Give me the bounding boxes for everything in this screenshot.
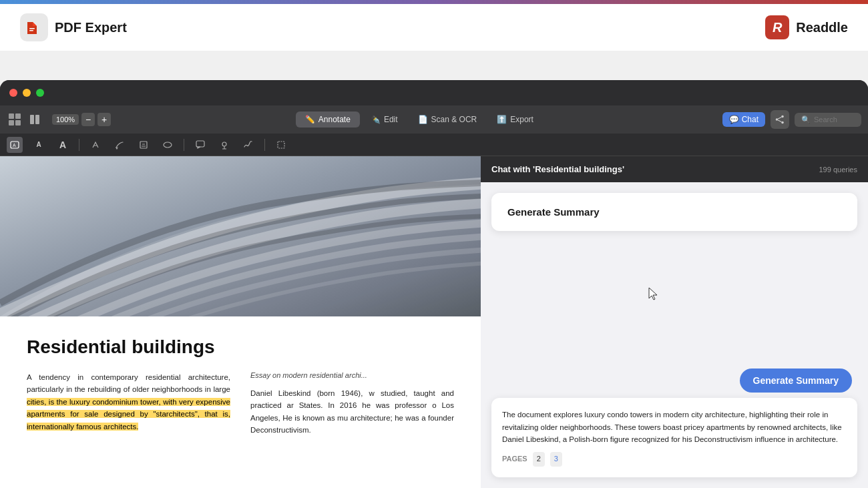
svg-rect-2 — [29, 30, 33, 31]
page-2-button[interactable]: 2 — [533, 452, 545, 467]
toolbar-separator-3 — [264, 139, 265, 151]
pdf-col2-text: Daniel Libeskind (born 1946), w studied,… — [250, 387, 454, 437]
svg-point-5 — [781, 115, 784, 118]
content-area: Residential buildings A tendency in cont… — [0, 156, 868, 488]
readdle-name-label: Readdle — [796, 20, 848, 35]
window-minimize-dot[interactable] — [23, 89, 31, 97]
annotate-icon: ✏️ — [305, 115, 315, 124]
scan-icon: 📄 — [418, 115, 428, 124]
toolbar-separator-2 — [184, 139, 184, 151]
pdf-content: Residential buildings A tendency in cont… — [0, 316, 481, 488]
svg-point-6 — [776, 118, 779, 121]
svg-point-18 — [222, 142, 226, 146]
tab-edit[interactable]: ✒️ Edit — [361, 111, 407, 128]
svg-rect-3 — [30, 115, 34, 124]
share-button[interactable] — [771, 110, 789, 129]
zoom-in-button[interactable]: + — [97, 113, 111, 126]
pdf-expert-icon — [20, 13, 48, 41]
chat-header: Chat with 'Residential buildings' 199 qu… — [481, 156, 868, 182]
summary-result-card: The document explores luxury condo tower… — [491, 398, 857, 477]
pdf-column-2: Essay on modern residential archi... Dan… — [250, 371, 454, 437]
stamp-tool[interactable] — [87, 137, 103, 153]
svg-point-7 — [781, 121, 784, 124]
toolbar-tabs: ✏️ Annotate ✒️ Edit 📄 Scan & OCR ⬆️ Expo… — [119, 111, 720, 128]
pages-label: PAGES — [502, 453, 527, 465]
highlighted-text: cities, is the luxury condominium tower,… — [27, 398, 230, 431]
chat-content-area: Generate Summary — [481, 182, 868, 369]
window-close-dot[interactable] — [9, 89, 17, 97]
page-3-button[interactable]: 3 — [550, 452, 562, 467]
export-icon: ⬆️ — [497, 115, 507, 124]
zoom-out-button[interactable]: − — [81, 113, 95, 126]
app-logo: PDF Expert — [20, 13, 127, 41]
mac-window: 100% − + ✏️ Annotate ✒️ Edit 📄 Scan & OC… — [0, 80, 868, 488]
zoom-control: 100% − + — [52, 113, 111, 126]
pdf-column-1: A tendency in contemporary residential a… — [27, 371, 230, 437]
app-name-label: PDF Expert — [55, 20, 127, 35]
window-fullscreen-dot[interactable] — [36, 89, 44, 97]
svg-point-16 — [164, 142, 172, 148]
chat-queries-count: 199 queries — [819, 166, 858, 174]
shape-tool[interactable] — [160, 137, 176, 153]
app-header: PDF Expert R Readdle — [0, 4, 868, 51]
readdle-r-icon: R — [765, 15, 789, 39]
text-tool[interactable] — [136, 137, 152, 153]
text-highlight-tool[interactable]: A — [7, 137, 23, 153]
top-gradient-bar — [0, 0, 868, 4]
svg-line-9 — [778, 120, 781, 122]
summary-text: The document explores luxury condo tower… — [502, 409, 847, 445]
zoom-level[interactable]: 100% — [52, 114, 79, 125]
generate-summary-card-label: Generate Summary — [507, 206, 600, 218]
chat-icon: 💬 — [729, 115, 739, 124]
pdf-panel: Residential buildings A tendency in cont… — [0, 156, 481, 488]
tab-export[interactable]: ⬆️ Export — [487, 111, 543, 128]
text-size-small-tool[interactable]: A — [31, 137, 47, 153]
generate-btn-row: Generate Summary — [481, 369, 868, 398]
svg-line-8 — [778, 117, 781, 119]
edit-icon: ✒️ — [371, 115, 381, 124]
generate-summary-card[interactable]: Generate Summary — [491, 193, 857, 231]
svg-rect-1 — [29, 28, 35, 29]
pages-footer: PAGES 2 3 — [502, 452, 847, 467]
chat-title: Chat with 'Residential buildings' — [491, 164, 624, 174]
summary-result-area: The document explores luxury condo tower… — [481, 398, 868, 488]
pen-tool[interactable] — [112, 137, 128, 153]
signature-tool[interactable] — [240, 137, 256, 153]
readdle-logo: R Readdle — [765, 15, 848, 39]
sidebar-toggle-icon[interactable] — [7, 111, 23, 128]
page-view-icon[interactable] — [27, 111, 43, 128]
chat-button[interactable]: 💬 Chat — [722, 112, 765, 127]
svg-rect-13 — [140, 142, 147, 148]
svg-rect-4 — [35, 115, 39, 124]
tab-annotate[interactable]: ✏️ Annotate — [296, 111, 360, 128]
selection-tool[interactable] — [273, 137, 289, 153]
main-toolbar: 100% − + ✏️ Annotate ✒️ Edit 📄 Scan & OC… — [0, 105, 868, 134]
toolbar-separator-1 — [79, 139, 79, 151]
svg-text:A: A — [13, 143, 16, 148]
text-size-large-tool[interactable]: A — [55, 137, 71, 153]
pdf-title: Residential buildings — [27, 336, 454, 358]
pdf-col2-italic: Essay on modern residential archi... — [250, 371, 454, 379]
pdf-col1-text: A tendency in contemporary residential a… — [27, 371, 230, 433]
svg-rect-21 — [278, 142, 284, 148]
architecture-image — [0, 156, 481, 316]
chat-panel: Chat with 'Residential buildings' 199 qu… — [481, 156, 868, 488]
pdf-columns: A tendency in contemporary residential a… — [27, 371, 454, 437]
tab-scan-ocr[interactable]: 📄 Scan & OCR — [409, 111, 487, 128]
generate-summary-button[interactable]: Generate Summary — [740, 369, 852, 393]
svg-rect-17 — [196, 141, 204, 147]
comment-tool[interactable] — [192, 137, 208, 153]
window-titlebar — [0, 80, 868, 105]
attachment-tool[interactable] — [216, 137, 232, 153]
toolbar-right: 💬 Chat 🔍 Search — [722, 110, 861, 129]
search-bar[interactable]: 🔍 Search — [795, 113, 861, 127]
search-icon: 🔍 — [801, 115, 811, 124]
annotation-toolbar: A A A — [0, 134, 868, 156]
